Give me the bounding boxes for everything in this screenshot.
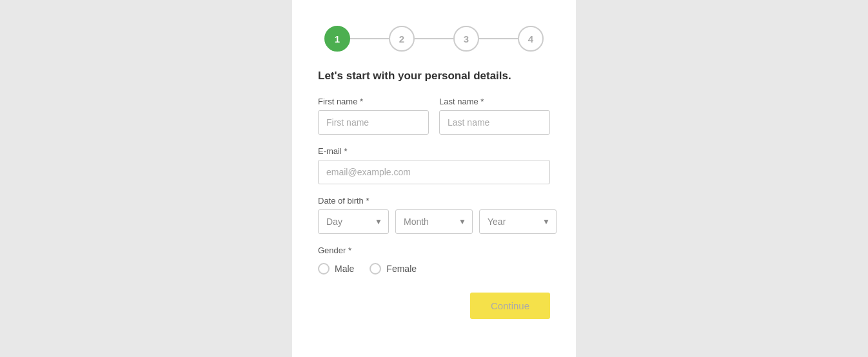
gender-male-option[interactable]: Male <box>318 263 354 275</box>
year-select[interactable]: Year for(let y=2024;y>=1920;y--) documen… <box>479 209 557 234</box>
step-1: 1 <box>324 26 350 52</box>
page-wrapper: 1 2 3 4 Let's start with your personal d… <box>0 0 868 357</box>
step-line-3 <box>479 38 518 39</box>
form-card: 1 2 3 4 Let's start with your personal d… <box>292 0 576 357</box>
form-title: Let's start with your personal details. <box>318 70 550 82</box>
month-select[interactable]: Month January February March April May J… <box>395 209 473 234</box>
continue-button[interactable]: Continue <box>470 293 550 319</box>
email-input[interactable] <box>318 160 550 184</box>
first-name-input[interactable] <box>318 110 429 135</box>
step-line-2 <box>415 38 453 39</box>
day-select-wrapper: Day for(let i=1;i<=31;i++) document.writ… <box>318 209 389 234</box>
email-group: E-mail * <box>318 146 550 184</box>
gender-male-label: Male <box>335 264 354 274</box>
step-line-1 <box>350 38 389 39</box>
gender-female-label: Female <box>386 264 417 274</box>
last-name-input[interactable] <box>439 110 550 135</box>
month-select-wrapper: Month January February March April May J… <box>395 209 473 234</box>
gender-section: Gender * Male Female <box>318 246 550 275</box>
last-name-group: Last name * <box>439 97 550 135</box>
step-3: 3 <box>453 26 479 52</box>
gender-male-radio[interactable] <box>318 263 330 275</box>
day-select[interactable]: Day for(let i=1;i<=31;i++) document.writ… <box>318 209 389 234</box>
dob-row: Day for(let i=1;i<=31;i++) document.writ… <box>318 209 550 234</box>
dob-group: Date of birth * Day for(let i=1;i<=31;i+… <box>318 196 550 246</box>
gender-options: Male Female <box>318 263 550 275</box>
continue-btn-row: Continue <box>318 293 550 319</box>
first-name-label: First name * <box>318 97 429 106</box>
gender-female-radio[interactable] <box>370 263 381 275</box>
name-row: First name * Last name * <box>318 97 550 135</box>
step-2: 2 <box>389 26 415 52</box>
first-name-group: First name * <box>318 97 429 135</box>
year-select-wrapper: Year for(let y=2024;y>=1920;y--) documen… <box>479 209 557 234</box>
step-4: 4 <box>518 26 544 52</box>
gender-label: Gender * <box>318 246 550 255</box>
gender-female-option[interactable]: Female <box>370 263 417 275</box>
dob-label: Date of birth * <box>318 196 550 206</box>
stepper: 1 2 3 4 <box>318 26 550 52</box>
email-label: E-mail * <box>318 146 550 156</box>
last-name-label: Last name * <box>439 97 550 106</box>
